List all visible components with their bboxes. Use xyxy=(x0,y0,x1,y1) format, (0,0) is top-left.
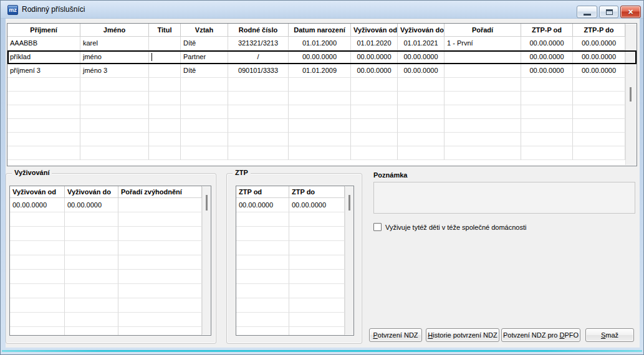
checkbox-icon[interactable] xyxy=(373,223,382,231)
family-cell[interactable]: 321321/3213 xyxy=(228,37,289,50)
vyzivovani-cell[interactable] xyxy=(65,241,118,255)
vyzivovani-cell[interactable] xyxy=(65,284,118,298)
family-cell[interactable]: / xyxy=(228,50,289,64)
vyzivovani-cell[interactable] xyxy=(65,327,118,336)
ztp-row[interactable] xyxy=(236,298,353,313)
family-cell[interactable] xyxy=(351,78,398,92)
family-cell[interactable] xyxy=(181,133,228,146)
family-cell[interactable] xyxy=(7,146,80,160)
vyzivovani-cell[interactable]: 00.00.0000 xyxy=(65,198,118,212)
family-row[interactable] xyxy=(7,92,637,105)
family-cell[interactable] xyxy=(228,133,289,146)
family-cell[interactable] xyxy=(80,78,149,92)
family-cell[interactable] xyxy=(521,105,573,119)
ztp-cell[interactable] xyxy=(236,212,289,227)
ztp-row[interactable]: 00.00.000000.00.0000 xyxy=(236,198,353,212)
family-cell[interactable]: 01.01.2000 xyxy=(289,37,351,50)
vyzivovani-row[interactable] xyxy=(10,270,211,284)
maximize-button[interactable] xyxy=(599,6,618,18)
family-cell[interactable]: 00.00.0000 xyxy=(351,50,398,64)
family-cell[interactable] xyxy=(521,146,573,160)
family-cell[interactable] xyxy=(445,92,521,105)
family-cell[interactable] xyxy=(398,133,445,146)
poznamka-textbox[interactable] xyxy=(373,182,635,214)
ztp-cell[interactable] xyxy=(289,313,345,327)
family-cell[interactable] xyxy=(351,105,398,119)
family-cell[interactable] xyxy=(521,78,573,92)
vyzivovani-cell[interactable] xyxy=(10,270,65,284)
family-row[interactable] xyxy=(7,105,637,119)
ztp-row[interactable] xyxy=(236,270,353,284)
vyzivovani-cell[interactable] xyxy=(65,270,118,284)
ztp-cell[interactable] xyxy=(289,284,345,298)
vyzivovani-cell[interactable] xyxy=(118,241,202,255)
historie-potvrzeni-ndz-button[interactable]: Historie potvrzení NDZ xyxy=(426,328,499,342)
ztp-cell[interactable]: 00.00.0000 xyxy=(289,198,345,212)
family-cell[interactable] xyxy=(149,37,181,50)
ztp-cell[interactable]: 00.00.0000 xyxy=(236,198,289,212)
vyzivovani-row[interactable] xyxy=(10,313,211,327)
family-cell[interactable] xyxy=(398,78,445,92)
family-cell[interactable] xyxy=(573,133,625,146)
vyzivovani-row[interactable] xyxy=(10,298,211,313)
family-cell[interactable] xyxy=(181,146,228,160)
smaz-button[interactable]: Smaž xyxy=(585,328,634,342)
family-cell[interactable] xyxy=(80,119,149,133)
family-cell[interactable]: jméno 3 xyxy=(80,64,149,78)
family-row[interactable]: příjmení 3jméno 3Dítě090101/333301.01.20… xyxy=(7,64,637,78)
ztp-cell[interactable] xyxy=(236,284,289,298)
family-cell[interactable] xyxy=(228,78,289,92)
titlebar[interactable]: mz Rodinný příslušníci ✕ xyxy=(1,1,643,19)
family-cell[interactable]: příjmení 3 xyxy=(7,64,80,78)
family-cell[interactable] xyxy=(181,119,228,133)
vyzivovani-scroll-thumb[interactable] xyxy=(206,195,208,211)
vyzivovani-cell[interactable] xyxy=(118,198,202,212)
family-cell[interactable] xyxy=(149,78,181,92)
family-cell[interactable]: 00.00.0000 xyxy=(573,37,625,50)
family-cell[interactable]: 00.00.0000 xyxy=(573,64,625,78)
family-cell[interactable]: 00.00.0000 xyxy=(398,64,445,78)
ztp-cell[interactable] xyxy=(236,241,289,255)
family-cell[interactable] xyxy=(445,146,521,160)
family-cell[interactable] xyxy=(445,119,521,133)
ztp-cell[interactable] xyxy=(236,270,289,284)
family-cell[interactable] xyxy=(7,78,80,92)
family-cell[interactable]: 00.00.0000 xyxy=(521,37,573,50)
family-cell[interactable] xyxy=(445,133,521,146)
vyzivovani-row[interactable] xyxy=(10,227,211,241)
family-cell[interactable] xyxy=(228,92,289,105)
vyzivovani-cell[interactable] xyxy=(10,298,65,313)
family-cell[interactable] xyxy=(351,119,398,133)
ztp-row[interactable] xyxy=(236,241,353,255)
vyzivovani-cell[interactable] xyxy=(65,313,118,327)
family-cell[interactable] xyxy=(181,92,228,105)
family-cell[interactable] xyxy=(149,105,181,119)
family-cell[interactable] xyxy=(521,119,573,133)
family-cell[interactable] xyxy=(521,133,573,146)
ztp-scroll-thumb[interactable] xyxy=(348,195,350,211)
family-row[interactable]: AAABBBkarelDítě321321/321301.01.200001.0… xyxy=(7,37,637,50)
main-table-scrollbar[interactable] xyxy=(625,24,637,165)
family-cell[interactable] xyxy=(7,133,80,146)
family-cell[interactable] xyxy=(228,119,289,133)
ztp-cell[interactable] xyxy=(236,327,289,336)
family-cell[interactable] xyxy=(573,119,625,133)
ztp-cell[interactable] xyxy=(289,241,345,255)
vyzivovani-cell[interactable] xyxy=(10,284,65,298)
ztp-row[interactable] xyxy=(236,227,353,241)
family-cell[interactable] xyxy=(573,146,625,160)
family-cell[interactable] xyxy=(80,146,149,160)
family-cell[interactable] xyxy=(398,105,445,119)
family-cell[interactable] xyxy=(289,105,351,119)
family-cell[interactable] xyxy=(445,64,521,78)
main-table-scroll-thumb[interactable] xyxy=(630,87,632,102)
vyzivovani-cell[interactable] xyxy=(118,284,202,298)
ztp-cell[interactable] xyxy=(236,227,289,241)
family-cell[interactable]: 00.00.0000 xyxy=(521,50,573,64)
vyzivovani-cell[interactable] xyxy=(10,327,65,336)
family-cell[interactable] xyxy=(445,105,521,119)
vyzivovani-cell[interactable] xyxy=(10,313,65,327)
family-cell[interactable] xyxy=(445,78,521,92)
family-cell[interactable] xyxy=(573,92,625,105)
family-cell[interactable] xyxy=(80,92,149,105)
